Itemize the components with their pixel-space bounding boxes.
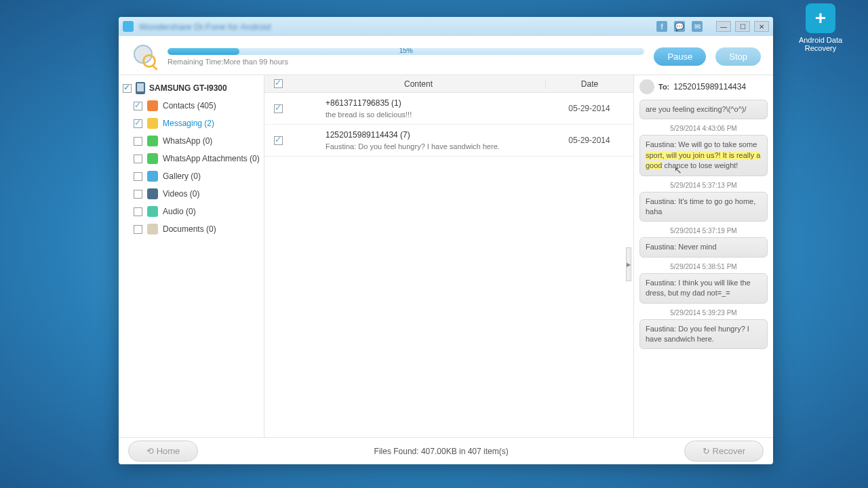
message-timestamp: 5/29/2014 5:39:23 PM xyxy=(639,309,768,317)
sidebar-item[interactable]: Messaging (2) xyxy=(119,115,264,132)
message-bubble: Faustina: We will go to take some sport,… xyxy=(639,135,768,176)
chat-icon[interactable]: 💬 xyxy=(674,21,685,32)
sidebar-item[interactable]: Videos (0) xyxy=(119,185,264,203)
remaining-time: Remaining Time:More than 99 hours xyxy=(167,58,644,66)
progress-percent: 15% xyxy=(399,48,413,54)
sidebar-item[interactable]: Audio (0) xyxy=(119,203,264,220)
desktop-shortcut[interactable]: + Android Data Recovery xyxy=(797,3,844,52)
item-checkbox[interactable] xyxy=(134,119,142,128)
col-content: Content xyxy=(292,79,545,89)
row-title: +8613711796835 (1) xyxy=(326,98,538,108)
category-icon xyxy=(147,188,158,199)
social-icons: f 💬 ✉ xyxy=(656,21,703,32)
titlebar[interactable]: Wondershare Dr.Fone for Android f 💬 ✉ — … xyxy=(119,17,773,36)
avatar-icon xyxy=(639,79,654,94)
table-header: Content Date xyxy=(264,75,633,93)
to-label: To: xyxy=(658,83,669,91)
item-checkbox[interactable] xyxy=(134,102,142,110)
col-date: Date xyxy=(545,79,633,89)
sidebar-item[interactable]: Contacts (405) xyxy=(119,97,264,115)
table-row[interactable]: +8613711796835 (1) the bread is so delic… xyxy=(264,93,633,125)
message-bubble: Faustina: Do you feel hungry? I have san… xyxy=(639,319,768,350)
collapse-handle[interactable]: ▶ xyxy=(626,247,631,281)
message-timestamp: 5/29/2014 5:38:51 PM xyxy=(639,263,768,270)
message-bubble: Faustina: Never mind xyxy=(639,237,768,257)
content-panel: Content Date +8613711796835 (1) the brea… xyxy=(264,75,634,437)
table-row[interactable]: 1252015989114434 (7) Faustina: Do you fe… xyxy=(264,125,633,157)
row-date: 05-29-2014 xyxy=(545,136,633,145)
close-button[interactable]: ✕ xyxy=(754,21,769,32)
row-checkbox[interactable] xyxy=(274,136,283,145)
sidebar-item[interactable]: WhatsApp (0) xyxy=(119,132,264,150)
cursor-icon: ↖ xyxy=(674,164,682,178)
device-checkbox[interactable] xyxy=(123,84,132,93)
app-window: Wondershare Dr.Fone for Android f 💬 ✉ — … xyxy=(119,17,773,464)
maximize-button[interactable]: ☐ xyxy=(735,21,750,32)
pause-button[interactable]: Pause xyxy=(654,47,706,66)
item-checkbox[interactable] xyxy=(134,137,142,146)
category-icon xyxy=(147,206,158,217)
device-row[interactable]: SAMSUNG GT-I9300 xyxy=(119,79,264,97)
preview-to: To: 1252015989114434 xyxy=(639,79,768,94)
category-icon xyxy=(147,100,158,111)
desktop-shortcut-label: Android Data Recovery xyxy=(797,36,844,52)
item-checkbox[interactable] xyxy=(134,155,142,163)
stop-button[interactable]: Stop xyxy=(715,47,761,66)
sidebar-item-label: WhatsApp (0) xyxy=(163,136,212,146)
sidebar-item-label: WhatsApp Attachments (0) xyxy=(163,154,260,163)
sidebar: SAMSUNG GT-I9300 Contacts (405) Messagin… xyxy=(119,75,264,437)
category-icon xyxy=(147,224,158,235)
status-text: Files Found: 407.00KB in 407 item(s) xyxy=(198,447,684,456)
sidebar-item-label: Contacts (405) xyxy=(163,101,216,110)
select-all-checkbox[interactable] xyxy=(274,79,283,88)
category-icon xyxy=(147,118,158,129)
app-icon xyxy=(123,21,134,32)
category-icon xyxy=(147,136,158,146)
item-checkbox[interactable] xyxy=(134,190,142,199)
preview-panel: To: 1252015989114434 are you feeling exc… xyxy=(634,75,773,437)
phone-icon xyxy=(136,82,145,94)
item-checkbox[interactable] xyxy=(134,207,142,216)
category-icon xyxy=(147,171,158,182)
home-button[interactable]: ⟲ Home xyxy=(128,441,198,462)
to-number: 1252015989114434 xyxy=(673,82,746,92)
sidebar-item[interactable]: Documents (0) xyxy=(119,220,264,238)
item-checkbox[interactable] xyxy=(134,172,142,181)
progress-area: 15% Remaining Time:More than 99 hours Pa… xyxy=(119,36,773,75)
minimize-button[interactable]: — xyxy=(716,21,731,32)
window-title: Wondershare Dr.Fone for Android xyxy=(139,22,271,32)
category-icon xyxy=(147,153,158,164)
sidebar-item[interactable]: WhatsApp Attachments (0) xyxy=(119,150,264,167)
row-preview: Faustina: Do you feel hungry? I have san… xyxy=(326,142,538,150)
sidebar-item-label: Messaging (2) xyxy=(163,119,214,128)
scan-icon xyxy=(131,43,158,70)
footer: ⟲ Home Files Found: 407.00KB in 407 item… xyxy=(119,437,773,464)
sidebar-item-label: Gallery (0) xyxy=(163,171,201,181)
sidebar-item-label: Audio (0) xyxy=(163,207,196,216)
recover-button[interactable]: ↻ Recover xyxy=(684,441,764,462)
row-title: 1252015989114434 (7) xyxy=(326,130,538,140)
progress-bar: 15% xyxy=(167,48,644,55)
row-checkbox[interactable] xyxy=(274,104,283,113)
message-bubble: Faustina: I think you will like the dres… xyxy=(639,273,768,304)
feedback-icon[interactable]: ✉ xyxy=(692,21,703,32)
message-timestamp: 5/29/2014 5:37:19 PM xyxy=(639,227,768,235)
message-timestamp: 5/29/2014 4:43:06 PM xyxy=(639,125,768,132)
item-checkbox[interactable] xyxy=(134,225,142,234)
sidebar-item[interactable]: Gallery (0) xyxy=(119,167,264,185)
message-bubble: Faustina: It's time to go go home, haha xyxy=(639,192,768,222)
device-name: SAMSUNG GT-I9300 xyxy=(149,83,227,93)
plus-icon: + xyxy=(806,3,835,33)
sidebar-item-label: Videos (0) xyxy=(163,189,199,199)
row-date: 05-29-2014 xyxy=(545,104,633,113)
message-bubble: are you feeling exciting?\(^o^)/ xyxy=(639,100,768,119)
facebook-icon[interactable]: f xyxy=(656,21,667,32)
sidebar-item-label: Documents (0) xyxy=(163,224,216,234)
row-preview: the bread is so delicious!!! xyxy=(326,110,538,119)
message-timestamp: 5/29/2014 5:37:13 PM xyxy=(639,182,768,189)
